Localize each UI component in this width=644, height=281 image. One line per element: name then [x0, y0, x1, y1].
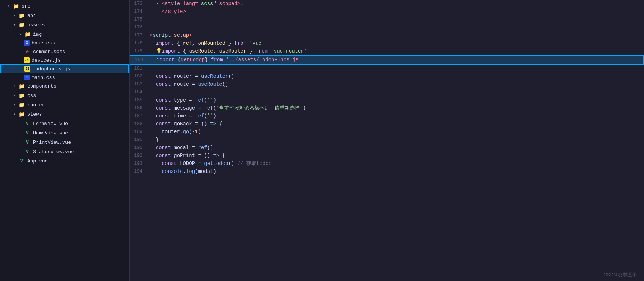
sidebar-item-homeview[interactable]: HomeView.vue — [0, 128, 129, 138]
line-content-178: import { ref, onMounted } from 'vue' — [148, 40, 644, 48]
sidebar-item-components[interactable]: components — [0, 81, 129, 91]
line-num-186: 186 — [130, 104, 148, 112]
folder-icon-views — [18, 111, 25, 118]
arrow-src — [6, 3, 12, 9]
sidebar-item-main-css[interactable]: main.css — [0, 73, 129, 81]
line-content-185: const type = ref('') — [148, 97, 644, 104]
line-content-182: const router = useRouter() — [148, 73, 644, 81]
line-content-192: const goPrint = () => { — [148, 152, 644, 160]
sidebar-item-printview[interactable]: PrintView.vue — [0, 138, 129, 147]
sidebar-item-router[interactable]: router — [0, 100, 129, 110]
line-num-187: 187 — [130, 112, 148, 120]
sidebar-item-views[interactable]: views — [0, 110, 129, 119]
sidebar-item-assets[interactable]: assets — [0, 20, 129, 30]
line-content-179: 💡import { useRoute, useRouter } from 'vu… — [148, 48, 644, 55]
arrow-assets — [12, 22, 17, 28]
formview-label: FormView.vue — [33, 121, 68, 126]
sidebar-item-statusview[interactable]: StatusView.vue — [0, 147, 129, 156]
printview-label: PrintView.vue — [33, 140, 71, 145]
sidebar-item-appvue[interactable]: App.vue — [0, 156, 129, 166]
sidebar-item-formview[interactable]: FormView.vue — [0, 119, 129, 128]
assets-label: assets — [27, 22, 45, 28]
code-line-182: 182 const router = useRouter() — [130, 73, 644, 81]
line-num-189: 189 — [130, 128, 148, 135]
css-icon-base — [24, 40, 30, 46]
arrow-components — [12, 83, 17, 89]
components-label: components — [27, 84, 56, 89]
sidebar-item-base-css[interactable]: base.css — [0, 39, 129, 47]
line-num-192: 192 — [130, 152, 148, 159]
folder-icon-assets — [18, 21, 25, 28]
code-line-185: 185 const type = ref('') — [130, 97, 644, 104]
sidebar-item-css[interactable]: css — [0, 91, 129, 100]
line-num-180: 180 — [130, 56, 149, 63]
line-content-190: } — [148, 136, 644, 144]
code-line-183: 183 const route = useRoute() — [130, 81, 644, 89]
code-area: 173 › <style lang="scss" scoped>… 174 </… — [130, 0, 644, 176]
folder-icon-css — [18, 92, 25, 99]
sidebar-item-img[interactable]: img — [0, 30, 129, 39]
img-label: img — [33, 32, 42, 37]
code-line-174: 174 </style> — [130, 8, 644, 16]
common-scss-label: common.scss — [33, 49, 65, 54]
api-label: api — [27, 13, 36, 18]
line-num-178: 178 — [130, 40, 148, 47]
code-line-176: 176 — [130, 24, 644, 32]
code-line-187: 187 const time = ref('') — [130, 112, 644, 120]
lodopfuncs-js-label: LodopFuncs.js — [32, 66, 70, 72]
line-content-177: <script setup> — [148, 32, 644, 40]
sidebar-item-lodopfuncs-js[interactable]: LodopFuncs.js — [0, 64, 129, 73]
code-line-177: 177 <script setup> — [130, 32, 644, 40]
base-css-label: base.css — [32, 40, 55, 46]
line-num-175: 175 — [130, 16, 148, 23]
folder-icon-src — [12, 3, 19, 10]
css-folder-label: css — [27, 93, 36, 98]
folder-icon-components — [18, 82, 25, 90]
line-num-182: 182 — [130, 73, 148, 80]
line-content-187: const time = ref('') — [148, 112, 644, 120]
code-line-193: 193 const LODOP = getLodop() // 获取Lodop — [130, 160, 644, 168]
arrow-router — [12, 102, 17, 108]
sidebar-item-devices-js[interactable]: devices.js — [0, 56, 129, 64]
code-line-180: 180 import {getLodop} from '../assets/Lo… — [130, 55, 644, 65]
line-num-177: 177 — [130, 32, 148, 39]
vue-icon-printview — [24, 139, 31, 146]
appvue-label: App.vue — [27, 159, 48, 164]
arrow-css-folder — [12, 93, 17, 98]
code-line-191: 191 const modal = ref() — [130, 144, 644, 152]
watermark: CSDN @黑匣子~ — [604, 272, 640, 278]
line-num-176: 176 — [130, 24, 148, 31]
js-icon-lodopfuncs — [24, 66, 30, 72]
folder-icon-img — [24, 31, 31, 38]
line-num-183: 183 — [130, 81, 148, 88]
code-editor[interactable]: 173 › <style lang="scss" scoped>… 174 </… — [130, 0, 644, 281]
code-line-194: 194 console.log(modal) — [130, 168, 644, 176]
homeview-label: HomeView.vue — [33, 130, 68, 136]
code-line-184: 184 — [130, 89, 644, 97]
code-line-179: 179 💡import { useRoute, useRouter } from… — [130, 48, 644, 55]
statusview-label: StatusView.vue — [33, 149, 74, 155]
code-line-189: 189 router.go(-1) — [130, 128, 644, 136]
line-num-194: 194 — [130, 168, 148, 175]
arrow-img — [17, 31, 23, 37]
line-content-180: import {getLodop} from '../assets/LodopF… — [149, 56, 643, 64]
line-num-191: 191 — [130, 144, 148, 151]
sidebar-item-src[interactable]: src — [0, 1, 129, 11]
sidebar-item-common-scss[interactable]: common.scss — [0, 47, 129, 56]
line-num-188: 188 — [130, 120, 148, 128]
line-content-191: const modal = ref() — [148, 144, 644, 152]
line-num-179: 179 — [130, 48, 148, 55]
code-line-188: 188 const goBack = () => { — [130, 120, 644, 128]
line-num-193: 193 — [130, 160, 148, 167]
vue-icon-formview — [24, 120, 31, 127]
line-num-185: 185 — [130, 97, 148, 104]
code-line-173: 173 › <style lang="scss" scoped>… — [130, 0, 644, 8]
line-content-194: console.log(modal) — [148, 168, 644, 176]
sidebar-item-api[interactable]: api — [0, 11, 129, 20]
code-line-181: 181 — [130, 65, 644, 73]
router-label: router — [27, 102, 45, 108]
code-line-178: 178 import { ref, onMounted } from 'vue' — [130, 40, 644, 48]
vue-icon-statusview — [24, 148, 31, 155]
folder-icon-router — [18, 101, 25, 108]
line-content-188: const goBack = () => { — [148, 120, 644, 128]
